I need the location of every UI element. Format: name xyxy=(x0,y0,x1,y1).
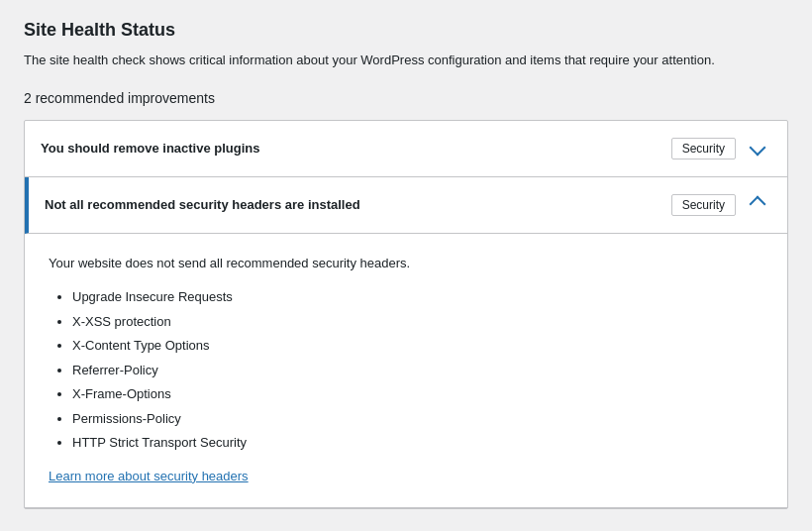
list-item: X-XSS protection xyxy=(72,312,763,332)
list-item: Upgrade Insecure Requests xyxy=(72,287,763,307)
badge-security-headers: Security xyxy=(671,194,736,216)
learn-more-link[interactable]: Learn more about security headers xyxy=(49,469,249,483)
chevron-up-icon[interactable] xyxy=(744,191,771,219)
item-title-inactive-plugins: You should remove inactive plugins xyxy=(41,141,260,156)
chevron-up-shape xyxy=(752,196,763,214)
improvements-heading: 2 recommended improvements xyxy=(24,90,788,106)
page-title: Site Health Status xyxy=(24,20,788,41)
item-title-security-headers: Not all recommended security headers are… xyxy=(45,197,360,212)
list-item: X-Frame-Options xyxy=(72,384,763,404)
security-headers-content: Your website does not send all recommend… xyxy=(25,234,787,508)
list-item: HTTP Strict Transport Security xyxy=(72,433,763,453)
improvements-container: You should remove inactive plugins Secur… xyxy=(24,120,788,509)
item-right-security-headers: Security xyxy=(671,191,771,219)
chevron-down-icon[interactable] xyxy=(744,135,771,162)
item-row-inactive-plugins[interactable]: You should remove inactive plugins Secur… xyxy=(25,121,787,177)
item-row-security-headers[interactable]: Not all recommended security headers are… xyxy=(25,177,787,234)
item-right-inactive-plugins: Security xyxy=(671,135,771,162)
chevron-down-shape xyxy=(752,140,763,158)
page-description: The site health check shows critical inf… xyxy=(24,51,788,70)
security-headers-list: Upgrade Insecure Requests X-XSS protecti… xyxy=(49,287,763,453)
list-item: Permissions-Policy xyxy=(72,409,763,429)
list-item: Referrer-Policy xyxy=(72,361,763,380)
badge-inactive-plugins: Security xyxy=(671,138,736,159)
list-item: X-Content Type Options xyxy=(72,336,763,356)
security-headers-description: Your website does not send all recommend… xyxy=(49,254,763,274)
